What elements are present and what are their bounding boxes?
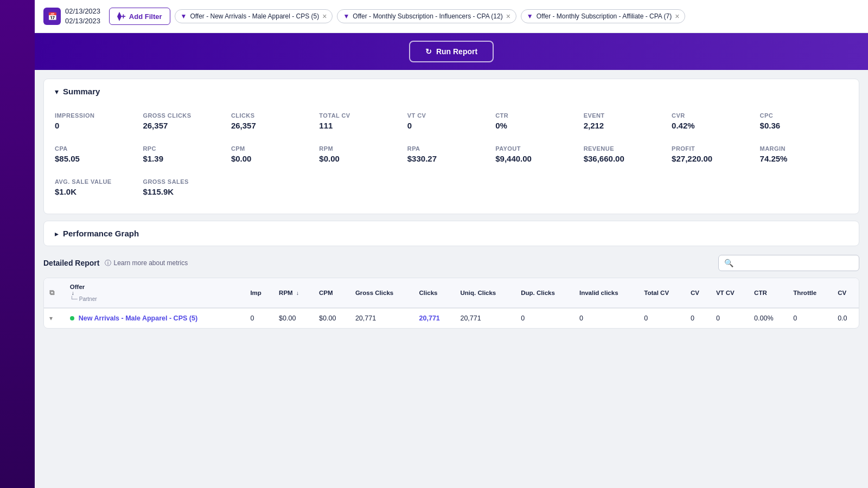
row-gross-clicks: 20,771 xyxy=(350,308,414,328)
filter-chip-1[interactable]: ▼ Offer - Monthly Subscription - Influen… xyxy=(337,9,516,23)
filter-chip-0[interactable]: ▼ Offer - New Arrivals - Male Apparel - … xyxy=(175,9,333,23)
metric-rpa: RPA $330.27 xyxy=(407,145,495,170)
th-uniq-clicks-label: Uniq. Clicks xyxy=(460,290,496,296)
chip-label-2: Offer - Monthly Subscription - Affiliate… xyxy=(537,12,672,20)
row-imp: 0 xyxy=(245,308,273,328)
performance-graph-title: Performance Graph xyxy=(63,229,139,238)
learn-more-label: Learn more about metrics xyxy=(113,259,188,267)
metric-gross-clicks-value: 26,357 xyxy=(143,121,231,130)
row-dup-clicks: 0 xyxy=(515,308,574,328)
metric-vt-cv-label: VT CV xyxy=(407,112,495,119)
search-box[interactable]: 🔍 xyxy=(718,255,859,271)
metric-cpm-value: $0.00 xyxy=(231,154,319,163)
learn-more-link[interactable]: ⓘ Learn more about metrics xyxy=(105,259,188,268)
th-imp: Imp xyxy=(245,278,273,308)
th-imp-label: Imp xyxy=(250,290,261,296)
metric-ctr-value: 0% xyxy=(495,121,583,130)
calendar-icon: 📅 xyxy=(43,8,61,25)
filter-chip-2[interactable]: ▼ Offer - Monthly Subscription - Affilia… xyxy=(521,9,686,23)
metric-event-label: EVENT xyxy=(584,112,672,119)
metric-profit-label: PROFIT xyxy=(672,145,760,152)
metric-ctr: CTR 0% xyxy=(495,112,583,137)
metric-profit: PROFIT $27,220.00 xyxy=(672,145,760,170)
row-clicks: 20,771 xyxy=(414,308,455,328)
chip-filter-icon-2: ▼ xyxy=(527,12,533,20)
metric-cpa-label: CPA xyxy=(55,145,143,152)
metric-avg-sale-label: AVG. SALE VALUE xyxy=(55,178,143,185)
metric-cpm-label: CPM xyxy=(231,145,319,152)
th-cv-label: CV xyxy=(691,290,699,296)
run-report-button[interactable]: ↻ Run Report xyxy=(409,41,494,62)
main-content: 📅 02/13/2023 02/13/2023 ⧫+ Add Filter ▼ … xyxy=(35,0,868,488)
summary-header[interactable]: ▾ Summary xyxy=(44,79,859,104)
metric-impression-label: IMPRESSION xyxy=(55,112,143,119)
filter-bar: 📅 02/13/2023 02/13/2023 ⧫+ Add Filter ▼ … xyxy=(35,0,868,33)
metric-gross-clicks-label: GROSS CLICKS xyxy=(143,112,231,119)
th-cv2-label: CV xyxy=(838,290,846,296)
detailed-report-section: Detailed Report ⓘ Learn more about metri… xyxy=(43,255,859,329)
chip-remove-0[interactable]: × xyxy=(322,12,327,20)
th-cv: CV xyxy=(685,278,711,308)
metric-ctr-label: CTR xyxy=(495,112,583,119)
th-offer[interactable]: Offer ↓ └─ Partner xyxy=(65,278,245,308)
search-input[interactable] xyxy=(737,259,853,267)
chip-filter-icon-1: ▼ xyxy=(343,12,349,20)
chip-label-1: Offer - Monthly Subscription - Influence… xyxy=(353,12,502,20)
row-clicks-value[interactable]: 20,771 xyxy=(419,314,440,322)
th-dup-clicks: Dup. Clicks xyxy=(515,278,574,308)
metric-clicks-label: CLICKS xyxy=(231,112,319,119)
detailed-title-group: Detailed Report ⓘ Learn more about metri… xyxy=(43,259,188,268)
performance-graph-header[interactable]: ▸ Performance Graph xyxy=(44,221,859,246)
summary-section: ▾ Summary IMPRESSION 0 GROSS CLICKS 26,3… xyxy=(43,79,859,214)
th-ctr-label: CTR xyxy=(754,290,767,296)
metric-gross-sales-value: $115.9K xyxy=(143,187,231,196)
metric-cpc: CPC $0.36 xyxy=(760,112,848,137)
metric-clicks: CLICKS 26,357 xyxy=(231,112,319,137)
run-report-label: Run Report xyxy=(436,47,477,56)
th-uniq-clicks: Uniq. Clicks xyxy=(455,278,515,308)
page-wrapper: 📅 02/13/2023 02/13/2023 ⧫+ Add Filter ▼ … xyxy=(0,0,868,488)
metric-margin-value: 74.25% xyxy=(760,154,848,163)
metric-cpc-value: $0.36 xyxy=(760,121,848,130)
metric-rpc: RPC $1.39 xyxy=(143,145,231,170)
th-total-cv-label: Total CV xyxy=(644,290,669,296)
table-header-row: ⧉ Offer ↓ └─ Partner Imp xyxy=(44,278,859,308)
metric-avg-sale-value: $1.0K xyxy=(55,187,143,196)
th-cpm: CPM xyxy=(314,278,350,308)
summary-metrics-row1: IMPRESSION 0 GROSS CLICKS 26,357 CLICKS … xyxy=(44,104,859,137)
th-invalid-clicks-label: Invalid clicks xyxy=(579,290,618,296)
chip-remove-2[interactable]: × xyxy=(675,12,679,20)
metric-rpm-label: RPM xyxy=(319,145,407,152)
th-cv2: CV xyxy=(832,278,859,308)
summary-metrics-row3: AVG. SALE VALUE $1.0K GROSS SALES $115.9… xyxy=(44,170,859,214)
row-expand-cell[interactable]: ▾ xyxy=(44,308,65,328)
metric-profit-value: $27,220.00 xyxy=(672,154,760,163)
detailed-report-title: Detailed Report xyxy=(43,259,99,267)
metric-cpc-label: CPC xyxy=(760,112,848,119)
th-cpm-label: CPM xyxy=(319,290,333,296)
offer-sort-icon: ↓ xyxy=(72,290,240,296)
th-throttle: Throttle xyxy=(788,278,832,308)
metric-revenue: REVENUE $36,660.00 xyxy=(584,145,672,170)
offer-name[interactable]: New Arrivals - Male Apparel - CPS (5) xyxy=(79,314,197,322)
metric-rpm-value: $0.00 xyxy=(319,154,407,163)
table-filter-icon: ⧉ xyxy=(49,288,54,297)
row-offer-cell: New Arrivals - Male Apparel - CPS (5) xyxy=(65,308,245,328)
th-vt-cv-label: VT CV xyxy=(716,290,735,296)
th-dup-clicks-label: Dup. Clicks xyxy=(521,290,555,296)
summary-metrics-row2: CPA $85.05 RPC $1.39 CPM $0.00 RPM $0.00… xyxy=(44,137,859,170)
row-throttle: 0 xyxy=(788,308,832,328)
chip-remove-1[interactable]: × xyxy=(506,12,510,20)
metric-impression-value: 0 xyxy=(55,121,143,130)
metric-cvr: CVR 0.42% xyxy=(672,112,760,137)
metric-impression: IMPRESSION 0 xyxy=(55,112,143,137)
metric-avg-sale: AVG. SALE VALUE $1.0K xyxy=(55,178,143,203)
add-filter-button[interactable]: ⧫+ Add Filter xyxy=(109,8,170,25)
detailed-report-header: Detailed Report ⓘ Learn more about metri… xyxy=(43,255,859,271)
row-collapse-icon[interactable]: ▾ xyxy=(49,314,53,322)
row-ctr: 0.00% xyxy=(749,308,788,328)
th-rpm[interactable]: RPM ↓ xyxy=(273,278,314,308)
th-clicks: Clicks xyxy=(414,278,455,308)
table-row: ▾ New Arrivals - Male Apparel - CPS (5) … xyxy=(44,308,859,328)
run-report-bar: ↻ Run Report xyxy=(35,33,868,70)
